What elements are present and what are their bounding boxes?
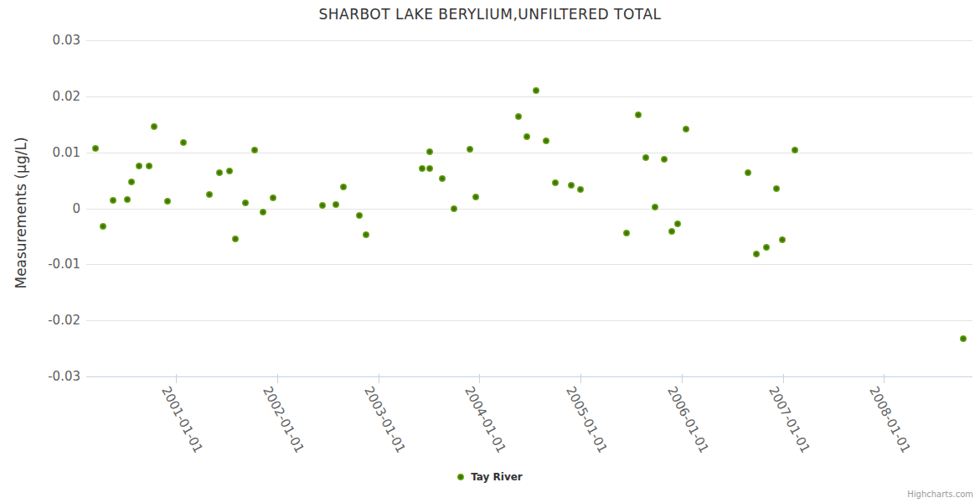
data-point[interactable] [568, 182, 575, 189]
data-point[interactable] [180, 139, 187, 146]
data-point[interactable] [472, 194, 479, 200]
gridline [86, 153, 972, 153]
data-point[interactable] [552, 179, 559, 186]
data-point[interactable] [779, 236, 786, 243]
data-point[interactable] [242, 200, 249, 206]
data-point[interactable] [100, 223, 106, 230]
data-point[interactable] [363, 231, 369, 238]
x-tick-label: 2003-01-01 [361, 384, 409, 455]
x-axis-tick [884, 374, 885, 383]
x-tick-label: 2006-01-01 [664, 384, 712, 455]
data-point[interactable] [92, 145, 99, 152]
data-point[interactable] [164, 198, 171, 205]
data-point[interactable] [661, 156, 668, 163]
data-point[interactable] [340, 184, 347, 190]
x-tick-label: 2001-01-01 [158, 384, 206, 455]
highcharts-credits-link[interactable]: Highcharts.com [907, 490, 973, 499]
data-point[interactable] [226, 168, 233, 174]
data-point[interactable] [753, 251, 760, 257]
x-axis-line [86, 376, 972, 377]
y-tick-label: -0.03 [0, 369, 80, 384]
x-tick-label: 2004-01-01 [462, 384, 509, 455]
data-point[interactable] [356, 212, 363, 219]
data-point[interactable] [128, 179, 135, 185]
data-point[interactable] [426, 148, 433, 155]
y-tick-label: 0.03 [0, 33, 80, 48]
x-tick-label: 2002-01-01 [260, 384, 307, 455]
data-point[interactable] [151, 123, 157, 130]
plot-area [86, 40, 972, 376]
gridline [86, 209, 972, 210]
x-tick-label: 2005-01-01 [563, 384, 611, 455]
gridline [86, 320, 972, 321]
data-point[interactable] [439, 175, 446, 182]
data-point[interactable] [451, 205, 457, 212]
data-point[interactable] [110, 197, 116, 204]
data-point[interactable] [260, 209, 266, 215]
data-point[interactable] [745, 169, 751, 176]
data-point[interactable] [524, 133, 530, 140]
legend-item-tay-river[interactable]: Tay River [471, 471, 523, 483]
data-point[interactable] [216, 169, 223, 176]
series-marker-icon [457, 474, 464, 480]
data-point[interactable] [333, 201, 339, 208]
data-point[interactable] [136, 163, 142, 169]
data-point[interactable] [270, 194, 276, 201]
data-point[interactable] [773, 185, 780, 192]
data-point[interactable] [960, 335, 967, 342]
data-point[interactable] [232, 236, 239, 242]
data-point[interactable] [124, 196, 131, 203]
x-tick-label: 2007-01-01 [766, 384, 813, 455]
chart-title: SHARBOT LAKE BERYLIUM,UNFILTERED TOTAL [0, 6, 980, 23]
gridline [86, 96, 972, 97]
gridline [86, 264, 972, 265]
data-point[interactable] [652, 204, 658, 210]
data-point[interactable] [419, 165, 426, 172]
highcharts-scatter-chart: SHARBOT LAKE BERYLIUM,UNFILTERED TOTAL M… [0, 0, 980, 503]
data-point[interactable] [635, 111, 642, 118]
data-point[interactable] [674, 220, 681, 227]
data-point[interactable] [426, 165, 433, 172]
data-point[interactable] [623, 230, 630, 236]
data-point[interactable] [146, 163, 152, 169]
data-point[interactable] [206, 191, 213, 198]
x-axis-tick [176, 374, 177, 383]
legend: Tay River [0, 471, 980, 483]
x-axis-tick [379, 374, 379, 383]
y-tick-label: -0.01 [0, 257, 80, 272]
y-tick-label: -0.02 [0, 313, 80, 328]
x-axis-tick [580, 374, 581, 383]
data-point[interactable] [683, 126, 689, 132]
data-point[interactable] [642, 154, 649, 161]
x-axis-tick [682, 374, 683, 383]
data-point[interactable] [668, 228, 675, 235]
x-axis-tick [479, 374, 480, 383]
data-point[interactable] [763, 244, 770, 251]
x-tick-label: 2008-01-01 [867, 384, 915, 455]
y-tick-label: 0 [0, 201, 80, 216]
data-point[interactable] [467, 146, 473, 153]
y-tick-label: 0.02 [0, 89, 80, 104]
data-point[interactable] [515, 113, 522, 120]
x-axis-tick [783, 374, 784, 383]
data-point[interactable] [543, 137, 549, 144]
y-tick-label: 0.01 [0, 145, 80, 160]
x-axis-tick [277, 374, 278, 383]
data-point[interactable] [577, 186, 584, 193]
gridline [86, 40, 972, 41]
data-point[interactable] [533, 87, 539, 94]
